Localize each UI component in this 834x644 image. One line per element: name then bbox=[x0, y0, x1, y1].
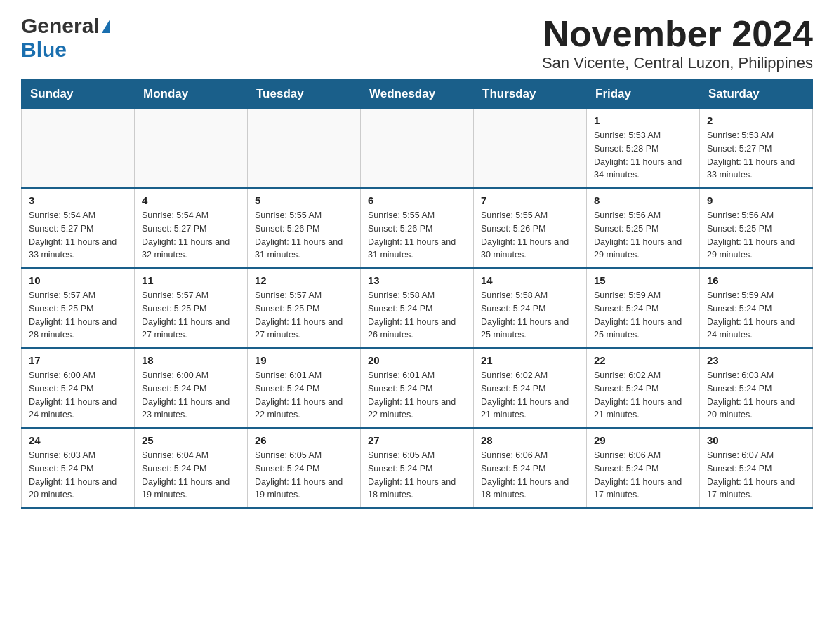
day-detail: Sunrise: 5:53 AMSunset: 5:28 PMDaylight:… bbox=[594, 129, 692, 182]
day-detail: Sunrise: 6:07 AMSunset: 5:24 PMDaylight:… bbox=[707, 449, 805, 502]
calendar-cell bbox=[22, 109, 135, 189]
logo: General Blue bbox=[21, 14, 110, 62]
day-number: 29 bbox=[594, 434, 692, 446]
day-detail: Sunrise: 6:03 AMSunset: 5:24 PMDaylight:… bbox=[707, 369, 805, 422]
page-title: November 2024 bbox=[542, 14, 813, 54]
day-detail: Sunrise: 6:05 AMSunset: 5:24 PMDaylight:… bbox=[255, 449, 353, 502]
day-number: 17 bbox=[29, 354, 127, 366]
calendar-cell: 20Sunrise: 6:01 AMSunset: 5:24 PMDayligh… bbox=[361, 348, 474, 428]
title-block: November 2024 San Vicente, Central Luzon… bbox=[542, 14, 813, 72]
calendar-cell: 24Sunrise: 6:03 AMSunset: 5:24 PMDayligh… bbox=[22, 428, 135, 508]
calendar-cell: 13Sunrise: 5:58 AMSunset: 5:24 PMDayligh… bbox=[361, 268, 474, 348]
calendar-cell: 15Sunrise: 5:59 AMSunset: 5:24 PMDayligh… bbox=[587, 268, 700, 348]
day-detail: Sunrise: 5:58 AMSunset: 5:24 PMDaylight:… bbox=[481, 289, 579, 342]
day-number: 19 bbox=[255, 354, 353, 366]
day-number: 18 bbox=[142, 354, 240, 366]
calendar-cell bbox=[361, 109, 474, 189]
calendar-cell: 19Sunrise: 6:01 AMSunset: 5:24 PMDayligh… bbox=[248, 348, 361, 428]
calendar-cell: 2Sunrise: 5:53 AMSunset: 5:27 PMDaylight… bbox=[700, 109, 813, 189]
calendar-cell: 22Sunrise: 6:02 AMSunset: 5:24 PMDayligh… bbox=[587, 348, 700, 428]
day-number: 14 bbox=[481, 274, 579, 286]
day-detail: Sunrise: 6:05 AMSunset: 5:24 PMDaylight:… bbox=[368, 449, 466, 502]
day-number: 24 bbox=[29, 434, 127, 446]
calendar-cell: 10Sunrise: 5:57 AMSunset: 5:25 PMDayligh… bbox=[22, 268, 135, 348]
day-number: 25 bbox=[142, 434, 240, 446]
day-detail: Sunrise: 6:01 AMSunset: 5:24 PMDaylight:… bbox=[255, 369, 353, 422]
day-number: 3 bbox=[29, 194, 127, 206]
day-detail: Sunrise: 6:00 AMSunset: 5:24 PMDaylight:… bbox=[29, 369, 127, 422]
day-number: 13 bbox=[368, 274, 466, 286]
day-number: 9 bbox=[707, 194, 805, 206]
weekday-header-monday: Monday bbox=[135, 80, 248, 109]
day-detail: Sunrise: 5:55 AMSunset: 5:26 PMDaylight:… bbox=[255, 209, 353, 262]
calendar-cell: 28Sunrise: 6:06 AMSunset: 5:24 PMDayligh… bbox=[474, 428, 587, 508]
day-detail: Sunrise: 6:01 AMSunset: 5:24 PMDaylight:… bbox=[368, 369, 466, 422]
calendar-header-row: SundayMondayTuesdayWednesdayThursdayFrid… bbox=[22, 80, 813, 109]
day-detail: Sunrise: 5:57 AMSunset: 5:25 PMDaylight:… bbox=[29, 289, 127, 342]
day-number: 1 bbox=[594, 114, 692, 126]
weekday-header-tuesday: Tuesday bbox=[248, 80, 361, 109]
calendar-cell: 6Sunrise: 5:55 AMSunset: 5:26 PMDaylight… bbox=[361, 188, 474, 268]
calendar-week-row: 17Sunrise: 6:00 AMSunset: 5:24 PMDayligh… bbox=[22, 348, 813, 428]
calendar-cell: 16Sunrise: 5:59 AMSunset: 5:24 PMDayligh… bbox=[700, 268, 813, 348]
page-header: General Blue November 2024 San Vicente, … bbox=[21, 14, 813, 72]
calendar-cell: 14Sunrise: 5:58 AMSunset: 5:24 PMDayligh… bbox=[474, 268, 587, 348]
calendar-cell bbox=[474, 109, 587, 189]
calendar-cell: 27Sunrise: 6:05 AMSunset: 5:24 PMDayligh… bbox=[361, 428, 474, 508]
weekday-header-thursday: Thursday bbox=[474, 80, 587, 109]
calendar-cell: 29Sunrise: 6:06 AMSunset: 5:24 PMDayligh… bbox=[587, 428, 700, 508]
day-detail: Sunrise: 5:59 AMSunset: 5:24 PMDaylight:… bbox=[707, 289, 805, 342]
calendar-cell: 1Sunrise: 5:53 AMSunset: 5:28 PMDaylight… bbox=[587, 109, 700, 189]
day-number: 16 bbox=[707, 274, 805, 286]
calendar-week-row: 10Sunrise: 5:57 AMSunset: 5:25 PMDayligh… bbox=[22, 268, 813, 348]
calendar-cell: 11Sunrise: 5:57 AMSunset: 5:25 PMDayligh… bbox=[135, 268, 248, 348]
day-detail: Sunrise: 6:00 AMSunset: 5:24 PMDaylight:… bbox=[142, 369, 240, 422]
calendar-cell: 17Sunrise: 6:00 AMSunset: 5:24 PMDayligh… bbox=[22, 348, 135, 428]
day-detail: Sunrise: 5:58 AMSunset: 5:24 PMDaylight:… bbox=[368, 289, 466, 342]
day-number: 20 bbox=[368, 354, 466, 366]
day-detail: Sunrise: 5:54 AMSunset: 5:27 PMDaylight:… bbox=[142, 209, 240, 262]
day-number: 6 bbox=[368, 194, 466, 206]
weekday-header-saturday: Saturday bbox=[700, 80, 813, 109]
calendar-week-row: 3Sunrise: 5:54 AMSunset: 5:27 PMDaylight… bbox=[22, 188, 813, 268]
day-number: 5 bbox=[255, 194, 353, 206]
day-number: 8 bbox=[594, 194, 692, 206]
day-number: 22 bbox=[594, 354, 692, 366]
day-detail: Sunrise: 6:03 AMSunset: 5:24 PMDaylight:… bbox=[29, 449, 127, 502]
day-number: 15 bbox=[594, 274, 692, 286]
calendar-week-row: 24Sunrise: 6:03 AMSunset: 5:24 PMDayligh… bbox=[22, 428, 813, 508]
day-detail: Sunrise: 6:06 AMSunset: 5:24 PMDaylight:… bbox=[594, 449, 692, 502]
day-detail: Sunrise: 5:57 AMSunset: 5:25 PMDaylight:… bbox=[255, 289, 353, 342]
day-detail: Sunrise: 5:55 AMSunset: 5:26 PMDaylight:… bbox=[368, 209, 466, 262]
calendar-cell: 18Sunrise: 6:00 AMSunset: 5:24 PMDayligh… bbox=[135, 348, 248, 428]
day-number: 4 bbox=[142, 194, 240, 206]
day-number: 26 bbox=[255, 434, 353, 446]
logo-general-text: General bbox=[21, 14, 100, 38]
day-detail: Sunrise: 5:56 AMSunset: 5:25 PMDaylight:… bbox=[707, 209, 805, 262]
calendar-cell: 30Sunrise: 6:07 AMSunset: 5:24 PMDayligh… bbox=[700, 428, 813, 508]
calendar-cell bbox=[248, 109, 361, 189]
day-detail: Sunrise: 5:54 AMSunset: 5:27 PMDaylight:… bbox=[29, 209, 127, 262]
calendar-cell bbox=[135, 109, 248, 189]
calendar-table: SundayMondayTuesdayWednesdayThursdayFrid… bbox=[21, 79, 813, 509]
day-detail: Sunrise: 6:02 AMSunset: 5:24 PMDaylight:… bbox=[481, 369, 579, 422]
day-detail: Sunrise: 6:02 AMSunset: 5:24 PMDaylight:… bbox=[594, 369, 692, 422]
calendar-cell: 3Sunrise: 5:54 AMSunset: 5:27 PMDaylight… bbox=[22, 188, 135, 268]
weekday-header-sunday: Sunday bbox=[22, 80, 135, 109]
weekday-header-friday: Friday bbox=[587, 80, 700, 109]
calendar-cell: 26Sunrise: 6:05 AMSunset: 5:24 PMDayligh… bbox=[248, 428, 361, 508]
day-number: 2 bbox=[707, 114, 805, 126]
day-number: 27 bbox=[368, 434, 466, 446]
day-number: 23 bbox=[707, 354, 805, 366]
day-number: 21 bbox=[481, 354, 579, 366]
calendar-cell: 21Sunrise: 6:02 AMSunset: 5:24 PMDayligh… bbox=[474, 348, 587, 428]
calendar-cell: 5Sunrise: 5:55 AMSunset: 5:26 PMDaylight… bbox=[248, 188, 361, 268]
calendar-cell: 23Sunrise: 6:03 AMSunset: 5:24 PMDayligh… bbox=[700, 348, 813, 428]
day-number: 30 bbox=[707, 434, 805, 446]
logo-triangle-icon bbox=[102, 19, 110, 33]
day-detail: Sunrise: 5:56 AMSunset: 5:25 PMDaylight:… bbox=[594, 209, 692, 262]
day-detail: Sunrise: 5:53 AMSunset: 5:27 PMDaylight:… bbox=[707, 129, 805, 182]
calendar-cell: 25Sunrise: 6:04 AMSunset: 5:24 PMDayligh… bbox=[135, 428, 248, 508]
calendar-cell: 8Sunrise: 5:56 AMSunset: 5:25 PMDaylight… bbox=[587, 188, 700, 268]
day-number: 28 bbox=[481, 434, 579, 446]
